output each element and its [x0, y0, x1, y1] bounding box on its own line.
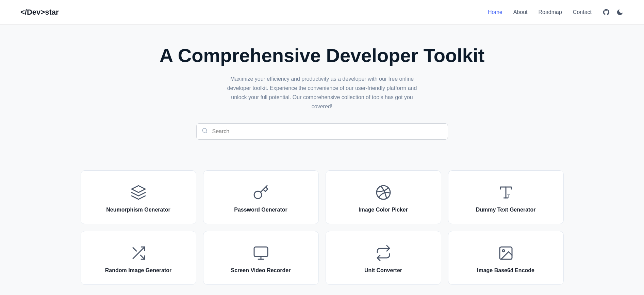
svg-text:T: T: [507, 193, 510, 199]
tool-card-neumorphism[interactable]: Neumorphism Generator: [81, 170, 196, 224]
svg-line-7: [141, 255, 145, 259]
arrows-icon: [375, 245, 392, 261]
tool-label-password: Password Generator: [234, 207, 287, 213]
dark-mode-icon[interactable]: [616, 9, 624, 16]
tool-card-random-image[interactable]: Random Image Generator: [81, 231, 196, 285]
hero-title: A Comprehensive Developer Toolkit: [7, 45, 637, 66]
tool-label-unit-converter: Unit Converter: [364, 267, 402, 274]
header: </Dev>star Home About Roadmap Contact: [0, 0, 644, 25]
logo[interactable]: </Dev>star: [20, 8, 59, 17]
tool-card-unit-converter[interactable]: Unit Converter: [326, 231, 441, 285]
tool-label-screen-video: Screen Video Recorder: [231, 267, 291, 274]
monitor-icon: [253, 245, 269, 261]
palette-icon: [375, 184, 392, 201]
nav-home[interactable]: Home: [488, 9, 502, 15]
svg-line-8: [133, 248, 136, 251]
github-icon[interactable]: [602, 9, 610, 16]
tool-label-image-color: Image Color Picker: [359, 207, 408, 213]
tool-card-password[interactable]: Password Generator: [203, 170, 319, 224]
search-input[interactable]: [196, 123, 448, 140]
key-icon: [253, 184, 269, 201]
svg-point-0: [202, 128, 207, 133]
shuffle-icon: [130, 245, 147, 261]
svg-marker-1: [132, 186, 145, 192]
nav-about[interactable]: About: [513, 9, 528, 15]
tool-card-screen-video[interactable]: Screen Video Recorder: [203, 231, 319, 285]
tool-label-dummy-text: Dummy Text Generator: [476, 207, 536, 213]
svg-rect-9: [254, 247, 268, 257]
tool-card-dummy-text[interactable]: T Dummy Text Generator: [448, 170, 564, 224]
image-code-icon: [498, 245, 514, 261]
nav-roadmap[interactable]: Roadmap: [538, 9, 562, 15]
typography-icon: T: [498, 184, 514, 201]
tool-label-neumorphism: Neumorphism Generator: [106, 207, 170, 213]
search-wrapper: [196, 123, 448, 140]
main-nav: Home About Roadmap Contact: [488, 9, 624, 16]
tool-label-random-image: Random Image Generator: [105, 267, 172, 274]
tool-card-image-color[interactable]: Image Color Picker: [326, 170, 441, 224]
tool-label-image-base64: Image Base64 Encode: [477, 267, 534, 274]
tool-card-image-base64[interactable]: Image Base64 Encode: [448, 231, 564, 285]
tools-grid: Neumorphism Generator Password Generator…: [53, 170, 591, 295]
nav-icons: [602, 9, 624, 16]
hero-section: A Comprehensive Developer Toolkit Maximi…: [0, 25, 644, 170]
svg-point-13: [502, 250, 505, 252]
search-icon: [202, 128, 208, 136]
layers-icon: [130, 184, 147, 201]
nav-contact[interactable]: Contact: [573, 9, 592, 15]
hero-subtitle: Maximize your efficiency and productivit…: [227, 74, 417, 111]
